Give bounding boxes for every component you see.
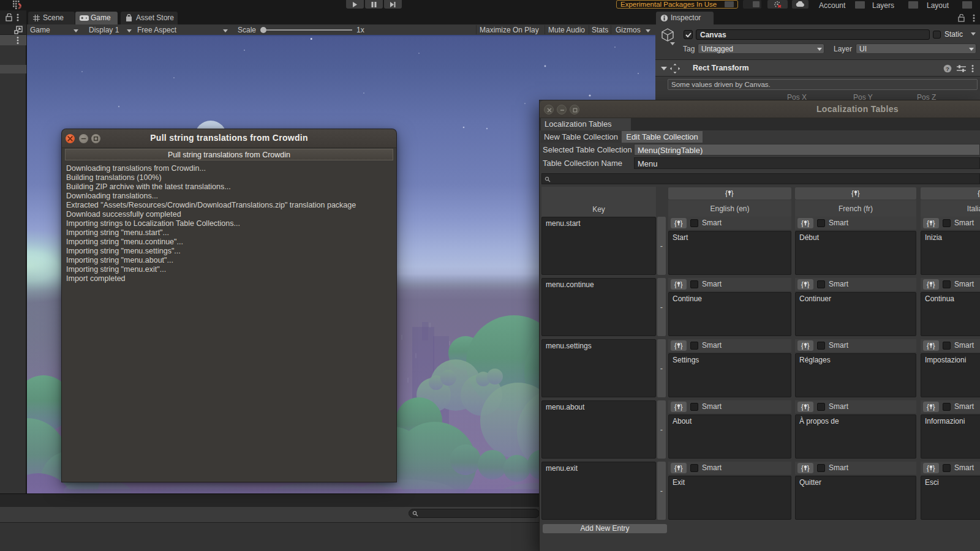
- svg-text:}: }: [680, 280, 683, 288]
- svg-text:}: }: [933, 280, 935, 288]
- svg-text:{: {: [851, 189, 854, 197]
- svg-text:{: {: [674, 464, 677, 472]
- svg-text:}: }: [680, 464, 683, 472]
- svg-text:{: {: [927, 280, 929, 288]
- svg-text:{: {: [674, 219, 677, 227]
- svg-text:{: {: [927, 342, 929, 350]
- svg-text:{: {: [927, 219, 929, 227]
- svg-text:}: }: [807, 280, 810, 288]
- svg-text:{: {: [801, 342, 804, 350]
- svg-text:}: }: [807, 464, 810, 472]
- svg-text:{: {: [674, 342, 677, 350]
- svg-text:}: }: [807, 342, 810, 350]
- svg-text:}: }: [680, 403, 683, 411]
- svg-text:}: }: [933, 219, 935, 227]
- svg-text:{: {: [978, 189, 980, 197]
- svg-text:{: {: [927, 464, 929, 472]
- svg-text:}: }: [933, 464, 935, 472]
- svg-text:{: {: [801, 219, 804, 227]
- svg-text:?: ?: [946, 66, 949, 72]
- svg-text:{: {: [674, 280, 677, 288]
- svg-text:}: }: [807, 403, 810, 411]
- svg-text:{: {: [801, 403, 804, 411]
- svg-text:{: {: [674, 403, 677, 411]
- svg-text:{: {: [927, 403, 929, 411]
- svg-text:{: {: [801, 280, 804, 288]
- svg-text:{: {: [725, 189, 728, 197]
- svg-text:}: }: [680, 342, 683, 350]
- svg-text:}: }: [933, 342, 935, 350]
- svg-text:}: }: [807, 219, 810, 227]
- svg-text:}: }: [731, 189, 734, 197]
- svg-text:{: {: [801, 464, 804, 472]
- svg-text:}: }: [858, 189, 860, 197]
- svg-text:}: }: [933, 403, 935, 411]
- svg-text:}: }: [680, 219, 683, 227]
